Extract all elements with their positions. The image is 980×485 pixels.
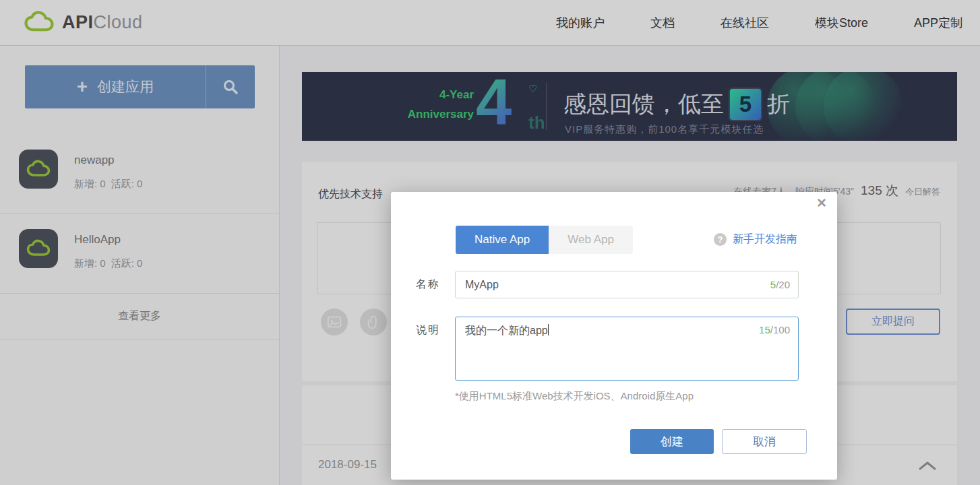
description-label: 说明 xyxy=(416,323,440,337)
create-button[interactable]: 创建 xyxy=(630,429,714,454)
close-icon[interactable]: × xyxy=(817,193,826,212)
app-description-value: 我的一个新的app xyxy=(465,324,549,338)
app-description-textarea[interactable]: 我的一个新的app 15/100 xyxy=(455,317,799,381)
guide-link-label: 新手开发指南 xyxy=(733,232,797,247)
name-char-counter: 5/20 xyxy=(770,271,790,298)
description-char-counter: 15/100 xyxy=(759,324,790,335)
beginner-guide-link[interactable]: ? 新手开发指南 xyxy=(714,232,797,247)
name-counter-max: /20 xyxy=(776,279,790,290)
text-cursor xyxy=(548,324,549,335)
question-circle-icon: ? xyxy=(714,233,727,246)
page: APICloud 我的账户 文档 在线社区 模块Store APP定制 + 创建… xyxy=(0,0,980,485)
desc-counter-max: /100 xyxy=(770,324,790,335)
app-type-tabs: Native App Web App xyxy=(456,226,633,254)
create-app-modal: × Native App Web App ? 新手开发指南 名称 MyApp 5… xyxy=(391,192,837,480)
description-text: 我的一个新的app xyxy=(465,325,548,336)
app-name-input[interactable]: MyApp 5/20 xyxy=(455,271,799,298)
desc-counter-current: 15 xyxy=(759,324,770,335)
name-counter-current: 5 xyxy=(770,279,776,290)
name-label: 名称 xyxy=(416,278,440,292)
tab-web-app[interactable]: Web App xyxy=(549,226,633,254)
tab-native-app[interactable]: Native App xyxy=(456,226,549,254)
app-name-value: MyApp xyxy=(465,271,499,298)
html5-note: *使用HTML5标准Web技术开发iOS、Android原生App xyxy=(455,390,694,403)
cancel-button[interactable]: 取消 xyxy=(722,429,807,454)
